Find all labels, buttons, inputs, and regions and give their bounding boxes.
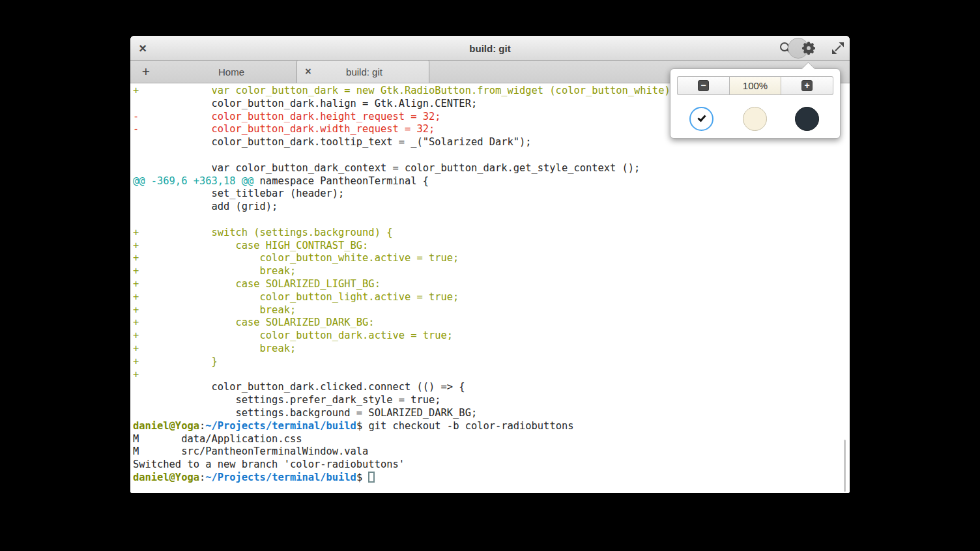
- terminal-line: + break;: [133, 265, 850, 278]
- terminal-line: settings.background = SOLARIZED_DARK_BG;: [133, 407, 850, 420]
- terminal-line: + }: [133, 356, 850, 369]
- titlebar[interactable]: × build: git: [130, 36, 850, 61]
- terminal-output[interactable]: + var color_button_dark = new Gtk.RadioB…: [130, 83, 850, 493]
- terminal-line: color_button_dark.clicked.connect (() =>…: [133, 381, 850, 394]
- zoom-level-button[interactable]: 100%: [729, 76, 782, 95]
- tab-label: Home: [218, 66, 244, 78]
- close-icon: ×: [139, 42, 147, 55]
- terminal-line: + case SOLARIZED_DARK_BG:: [133, 317, 850, 330]
- terminal-line: daniel@Yoga:~/Projects/terminal/build$: [133, 472, 850, 485]
- terminal-line: + color_button_dark.active = true;: [133, 330, 850, 343]
- plus-icon: +: [142, 64, 150, 79]
- terminal-line: + break;: [133, 304, 850, 317]
- color-button-solarized-light[interactable]: [743, 107, 767, 131]
- terminal-line: [133, 214, 850, 227]
- new-tab-button[interactable]: +: [137, 61, 155, 83]
- settings-popover: − 100% +: [670, 68, 841, 139]
- terminal-line: + case SOLARIZED_LIGHT_BG:: [133, 278, 850, 291]
- color-button-solarized-dark[interactable]: [795, 107, 819, 131]
- terminal-line: daniel@Yoga:~/Projects/terminal/build$ g…: [133, 420, 850, 433]
- terminal-line: [133, 149, 850, 162]
- terminal-line: @@ -369,6 +363,18 @@ namespace PantheonT…: [133, 175, 850, 188]
- zoom-level-value: 100%: [743, 80, 768, 91]
- gear-icon: [801, 41, 816, 55]
- terminal-line: M src/PantheonTerminalWindow.vala: [133, 445, 850, 459]
- window-close-button[interactable]: ×: [132, 37, 153, 59]
- terminal-line: Switched to a new branch 'color-radiobut…: [133, 459, 850, 472]
- tab-build-git[interactable]: × build: git: [296, 61, 429, 83]
- scrollbar-thumb[interactable]: [844, 440, 846, 492]
- terminal-line: + color_button_light.active = true;: [133, 291, 850, 304]
- window-title: build: git: [469, 42, 510, 53]
- plus-icon: +: [801, 80, 813, 91]
- zoom-control: − 100% +: [677, 76, 833, 95]
- terminal-line: + case HIGH_CONTRAST_BG:: [133, 240, 850, 253]
- tab-label: build: git: [319, 66, 409, 78]
- terminal-line: + color_button_white.active = true;: [133, 252, 850, 265]
- color-button-high-contrast[interactable]: [689, 107, 713, 131]
- zoom-out-button[interactable]: −: [677, 76, 729, 95]
- zoom-in-button[interactable]: +: [781, 76, 833, 95]
- terminal-line: set_titlebar (header);: [133, 188, 850, 201]
- terminal-line: + break;: [133, 343, 850, 356]
- terminal-line: +: [133, 369, 850, 382]
- fullscreen-button[interactable]: [828, 37, 848, 59]
- terminal-line: M data/Application.css: [133, 433, 850, 446]
- minus-icon: −: [698, 80, 709, 91]
- terminal-line: add (grid);: [133, 201, 850, 214]
- terminal-cursor: [368, 472, 375, 483]
- settings-button[interactable]: [798, 37, 819, 59]
- tab-close-icon[interactable]: ×: [297, 66, 319, 78]
- expand-icon: [831, 41, 845, 55]
- tab-home[interactable]: Home: [166, 61, 296, 83]
- checkmark-icon: [697, 113, 706, 122]
- terminal-line: + switch (settings.background) {: [133, 227, 850, 240]
- terminal-line: var color_button_dark_context = color_bu…: [133, 162, 850, 175]
- terminal-line: settings.prefer_dark_style = true;: [133, 394, 850, 407]
